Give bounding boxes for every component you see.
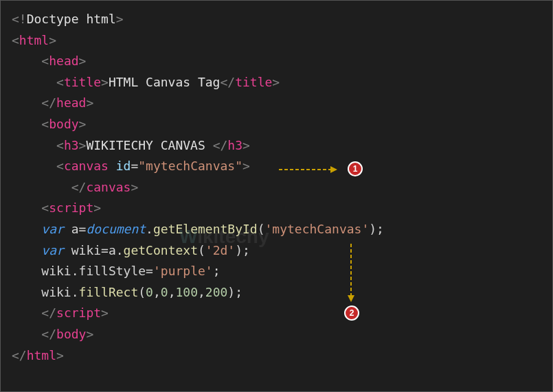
code-line-doctype: <!Doctype html> — [12, 9, 552, 30]
code-line-fillstyle: wiki.fillStyle='purple'; — [12, 261, 552, 282]
code-line-var-a: var a=document.getElementById('mytechCan… — [12, 219, 552, 240]
code-line-fillrect: wiki.fillRect(0,0,100,200); — [12, 282, 552, 303]
code-line-head-close: </head> — [12, 93, 552, 114]
code-line-body-open: <body> — [12, 114, 552, 135]
code-line-canvas-close: </canvas> — [12, 177, 552, 198]
code-line-script-close: </script> — [12, 303, 552, 324]
annotation-badge-2: 2 — [344, 305, 359, 321]
code-line-h3: <h3>WIKITECHY CANVAS </h3> — [12, 135, 552, 157]
code-line-html-open: <html> — [12, 30, 552, 51]
code-line-body-close: </body> — [12, 324, 552, 345]
code-line-script-open: <script> — [12, 198, 552, 219]
annotation-badge-1: 1 — [348, 161, 363, 176]
code-line-canvas-open: <canvas id="mytechCanvas"> — [12, 156, 552, 177]
code-block: <!Doctype html> <html> <head> <title>HTM… — [12, 9, 552, 366]
code-line-title: <title>HTML Canvas Tag</title> — [12, 72, 552, 93]
code-line-head-open: <head> — [12, 51, 552, 72]
code-line-var-wiki: var wiki=a.getContext('2d'); — [12, 240, 552, 262]
code-line-html-close: </html> — [12, 345, 552, 367]
